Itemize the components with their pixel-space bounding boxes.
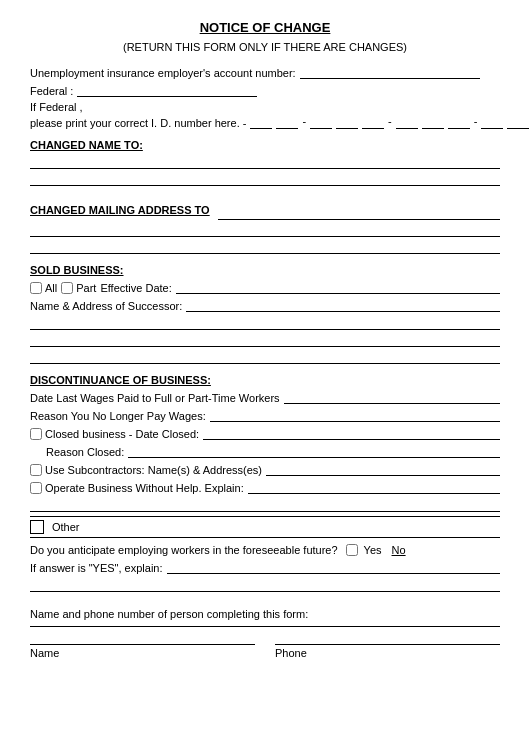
operate-label: Operate Business Without Help. Explain: [45,482,244,494]
phone-input[interactable] [275,631,500,645]
federal-input[interactable] [77,83,257,97]
subcontractors-label: Use Subcontractors: Name(s) & Address(es… [45,464,262,476]
account-number-row: Unemployment insurance employer's accoun… [30,65,500,79]
changed-address-input-3[interactable] [30,240,500,254]
changed-address-section: CHANGED MAILING ADDRESS TO [30,194,500,254]
successor-input-3[interactable] [30,333,500,347]
reason-closed-input[interactable] [128,444,500,458]
reason-closed-row: Reason Closed: [30,444,500,458]
operate-row: Operate Business Without Help. Explain: [30,480,500,494]
successor-label: Name & Address of Successor: [30,300,182,312]
changed-name-input-1[interactable] [30,155,500,169]
all-checkbox-item: All [30,282,57,294]
name-input[interactable] [30,631,255,645]
changed-address-header: CHANGED MAILING ADDRESS TO [30,204,210,216]
part-checkbox[interactable] [61,282,73,294]
subcontractors-checkbox[interactable] [30,464,42,476]
reason-input[interactable] [210,408,500,422]
effective-date-input[interactable] [176,280,500,294]
id-seg-9[interactable] [481,115,503,129]
sold-business-header: SOLD BUSINESS: [30,264,500,276]
sold-business-section: SOLD BUSINESS: All Part Effective Date: … [30,264,500,364]
if-yes-row: If answer is "YES", explain: [30,560,500,574]
reason-closed-label: Reason Closed: [46,446,124,458]
last-wages-input[interactable] [284,390,500,404]
last-wages-row: Date Last Wages Paid to Full or Part-Tim… [30,390,500,404]
sold-business-options: All Part Effective Date: [30,280,500,294]
operate-input[interactable] [248,480,500,494]
id-seg-7[interactable] [422,115,444,129]
subcontractors-row: Use Subcontractors: Name(s) & Address(es… [30,462,500,476]
yes-label: Yes [364,544,382,556]
changed-address-input-1[interactable] [218,206,500,220]
name-phone-row: Name Phone [30,631,500,659]
part-label: Part [76,282,96,294]
no-label: No [392,544,406,556]
changed-name-input-2[interactable] [30,172,500,186]
id-seg-3[interactable] [310,115,332,129]
all-label: All [45,282,57,294]
page-title: NOTICE OF CHANGE [30,20,500,35]
other-label: Other [52,521,80,533]
discontinuance-section: DISCONTINUANCE OF BUSINESS: Date Last Wa… [30,374,500,592]
reason-row: Reason You No Longer Pay Wages: [30,408,500,422]
federal-label: Federal : [30,85,73,97]
name-item: Name [30,631,255,659]
last-wages-label: Date Last Wages Paid to Full or Part-Tim… [30,392,280,404]
id-number-row: please print your correct I. D. number h… [30,115,500,129]
changed-name-header: CHANGED NAME TO: [30,139,500,151]
operate-checkbox[interactable] [30,482,42,494]
closed-business-date-input[interactable] [203,426,500,440]
page-subtitle: (RETURN THIS FORM ONLY IF THERE ARE CHAN… [30,41,500,53]
discontinuance-header: DISCONTINUANCE OF BUSINESS: [30,374,500,386]
if-yes-input[interactable] [167,560,500,574]
anticipate-label: Do you anticipate employing workers in t… [30,544,338,556]
part-checkbox-item: Part [61,282,96,294]
phone-label: Phone [275,647,500,659]
successor-input-1[interactable] [186,298,500,312]
closed-business-label: Closed business - Date Closed: [45,428,199,440]
closed-business-checkbox[interactable] [30,428,42,440]
bottom-divider [30,626,500,627]
id-seg-4[interactable] [336,115,358,129]
effective-date-label: Effective Date: [100,282,171,294]
federal-row: Federal : [30,83,500,97]
id-seg-2[interactable] [276,115,298,129]
subcontractors-input[interactable] [266,462,500,476]
account-number-label: Unemployment insurance employer's accoun… [30,67,296,79]
completing-label: Name and phone number of person completi… [30,608,308,620]
name-label: Name [30,647,255,659]
id-seg-8[interactable] [448,115,470,129]
if-federal-line2: please print your correct I. D. number h… [30,117,246,129]
operate-checkbox-item: Operate Business Without Help. Explain: [30,482,244,494]
if-yes-label: If answer is "YES", explain: [30,562,163,574]
phone-item: Phone [275,631,500,659]
successor-input-4[interactable] [30,350,500,364]
if-yes-input-2[interactable] [30,578,500,592]
id-seg-1[interactable] [250,115,272,129]
id-seg-10[interactable] [507,115,529,129]
yes-checkbox[interactable] [346,544,358,556]
successor-input-2[interactable] [30,316,500,330]
subcontractors-checkbox-item: Use Subcontractors: Name(s) & Address(es… [30,464,262,476]
operate-input-2[interactable] [30,498,500,512]
successor-row: Name & Address of Successor: [30,298,500,312]
all-checkbox[interactable] [30,282,42,294]
changed-name-section: CHANGED NAME TO: [30,139,500,186]
id-seg-6[interactable] [396,115,418,129]
other-row: Other [30,516,500,538]
closed-business-checkbox-item: Closed business - Date Closed: [30,428,199,440]
other-box [30,520,44,534]
reason-label: Reason You No Longer Pay Wages: [30,410,206,422]
bottom-section: Name and phone number of person completi… [30,608,500,659]
id-fields: - - - [250,115,529,129]
id-seg-5[interactable] [362,115,384,129]
account-number-input[interactable] [300,65,480,79]
closed-business-row: Closed business - Date Closed: [30,426,500,440]
anticipate-row: Do you anticipate employing workers in t… [30,544,500,556]
yes-no-group: Yes No [346,544,406,556]
changed-address-input-2[interactable] [30,223,500,237]
if-federal-line1: If Federal , [30,101,83,113]
